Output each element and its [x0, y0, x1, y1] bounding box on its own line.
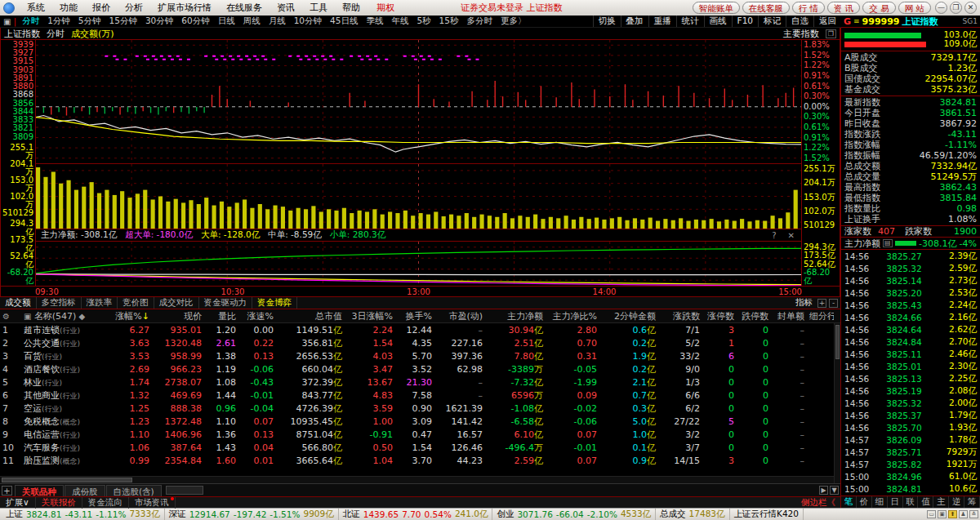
titlebar-button[interactable]: 行 情 [792, 2, 825, 14]
header-涨跌数[interactable]: 涨跌数 [658, 310, 702, 322]
mini-button--[interactable]: - [829, 299, 838, 308]
period-5秒[interactable]: 5秒 [412, 16, 434, 27]
period-10分钟[interactable]: 10分钟 [290, 16, 326, 27]
tool-画线[interactable]: 画线 [704, 16, 732, 27]
list-icon[interactable]: ▤ [883, 239, 893, 247]
menu-item-分析[interactable]: 分析 [118, 1, 150, 15]
titlebar-button[interactable]: 网 站 [898, 2, 931, 14]
period-45日线[interactable]: 45日线 [326, 16, 362, 27]
bottom-subtab-资金流向[interactable]: 资金流向 [82, 497, 129, 509]
period-1分钟[interactable]: 1分钟 [43, 16, 74, 27]
period-15分钟[interactable]: 15分钟 [105, 16, 141, 27]
tool-F10[interactable]: F10 [732, 16, 758, 27]
table-row[interactable]: 5林业(行业)1.742738.071.08-0.43372.39亿13.672… [0, 376, 840, 389]
menu-item-报价[interactable]: 报价 [85, 1, 118, 15]
period-年线[interactable]: 年线 [387, 16, 412, 27]
header-跌停数[interactable]: 跌停数 [737, 310, 771, 322]
pane-layout-icon[interactable]: ▣ [3, 17, 11, 26]
bottom-tab-成份股[interactable]: 成份股 [65, 485, 105, 496]
mini-button-+[interactable]: + [817, 299, 826, 308]
titlebar-button[interactable]: 在线客服 [742, 2, 790, 14]
indicator-tab-成交对比[interactable]: 成交对比 [154, 297, 199, 309]
menu-item-在线服务[interactable]: 在线服务 [219, 1, 270, 15]
quote-tab-筹[interactable]: 筹 [964, 496, 980, 508]
period-分时[interactable]: 分时 [18, 16, 43, 27]
period-60分钟[interactable]: 60分钟 [177, 16, 213, 27]
bottom-subtab-关联报价[interactable]: 关联报价 [36, 497, 82, 509]
pane-split-icon[interactable]: ❐ [826, 29, 836, 38]
add-icon[interactable]: + [2, 486, 12, 496]
restore-icon[interactable]: ❐ [950, 2, 962, 14]
header-细分行业[interactable]: 细分行业 [807, 310, 834, 322]
quote-tab-联[interactable]: 联 [903, 496, 919, 508]
period-30分钟[interactable]: 30分钟 [141, 16, 177, 27]
header-总市值[interactable]: 总市值 [276, 310, 345, 322]
tool-标记[interactable]: 标记 [758, 16, 786, 27]
menu-item-功能[interactable]: 功能 [52, 1, 85, 15]
header-涨幅%[interactable]: 涨幅%↓ [103, 310, 152, 322]
period-月线[interactable]: 月线 [265, 16, 290, 27]
pager-icon[interactable]: ▶ [819, 486, 828, 495]
gear-icon[interactable]: ⚙ [2, 312, 10, 321]
quote-tab-逆[interactable]: 逆 [949, 496, 964, 508]
table-header[interactable]: ⚙▣ 名称(547) ◆涨幅%↓现价量比涨速%总市值3日涨幅%换手%市盈(动)主… [0, 309, 840, 323]
pager-icon[interactable]: ▼ [830, 486, 839, 495]
quote-tab-主[interactable]: 主 [933, 496, 949, 508]
indicator-tab-资金驱动力[interactable]: 资金驱动力 [199, 297, 253, 309]
chart-plot-area[interactable]: 主力净额: -308.1亿超大单: -180.0亿大单: -128.0亿中单: … [35, 40, 802, 286]
period-日线[interactable]: 日线 [214, 16, 239, 27]
indicator-tab-资金博弈[interactable]: 资金博弈 [252, 297, 297, 309]
menu-item-资讯[interactable]: 资讯 [270, 1, 302, 15]
indicator-label[interactable]: 指标 [791, 297, 817, 309]
period-15秒[interactable]: 15秒 [435, 16, 463, 27]
close-icon[interactable]: ✕ [964, 2, 977, 14]
quote-tab-日[interactable]: 日 [888, 496, 903, 508]
window-tile-icon[interactable]: ▣ [938, 510, 947, 518]
table-row[interactable]: 2公共交通(行业)3.631320.482.610.22356.81亿1.544… [0, 336, 840, 349]
tool-自选[interactable]: 自选 [786, 16, 813, 27]
table-row[interactable]: 7空运(行业)1.25888.380.96-0.044726.39亿3.590.… [0, 402, 840, 415]
table-row[interactable]: 6其他商业(行业)1.32469.691.44-0.01843.77亿4.837… [0, 389, 840, 402]
header-主力净比%[interactable]: 主力净比% [546, 310, 599, 322]
sort-icon[interactable]: ≛ [969, 510, 978, 518]
volume-pane[interactable] [36, 164, 801, 229]
header-量比[interactable]: 量比 [204, 310, 238, 322]
sidebar-toggle[interactable]: 侧边栏《 [801, 497, 840, 509]
header-3日涨幅%[interactable]: 3日涨幅% [345, 310, 395, 322]
menu-item-帮助[interactable]: 帮助 [335, 1, 368, 15]
period-5分钟[interactable]: 5分钟 [74, 16, 105, 27]
vertical-scrollbar[interactable] [834, 323, 840, 483]
tick-list[interactable]: 14:563825.272.39亿14:563825.322.59亿14:563… [841, 250, 980, 496]
horizontal-scrollbar[interactable] [0, 476, 840, 483]
header-市盈(动)[interactable]: 市盈(动) [434, 310, 485, 322]
table-row[interactable]: 4酒店餐饮(行业)2.69966.231.19-0.06660.04亿3.473… [0, 362, 840, 376]
major-index-button[interactable]: 主要指数 [783, 28, 819, 40]
help-icon[interactable]: ? [770, 231, 777, 240]
quote-tab-值[interactable]: 值 [918, 496, 933, 508]
user-icon[interactable]: ♟ [959, 510, 968, 518]
titlebar-button[interactable]: 智能账单 [693, 2, 740, 14]
menu-item-扩展市场行情[interactable]: 扩展市场行情 [150, 1, 219, 15]
quote-tab-笔[interactable]: 笔 [841, 496, 857, 508]
indicator-tab-竞价图[interactable]: 竞价图 [118, 297, 154, 309]
header-主力净额[interactable]: 主力净额 [485, 310, 546, 322]
period-周线[interactable]: 周线 [239, 16, 265, 27]
period-更多〉[interactable]: 更多〉 [497, 16, 531, 27]
price-pane[interactable] [36, 40, 801, 164]
bottom-tab-自选股(含)[interactable]: 自选股(含) [106, 485, 162, 496]
header-2分钟金额[interactable]: 2分钟金额 [599, 310, 658, 322]
period-季线[interactable]: 季线 [362, 16, 387, 27]
fund-pane[interactable] [36, 242, 801, 286]
table-row[interactable]: 3百货(行业)3.53958.991.380.132656.53亿4.035.7… [0, 349, 840, 362]
header-换手%[interactable]: 换手% [395, 310, 434, 322]
titlebar-button[interactable]: 交 易 [862, 2, 895, 14]
table-row[interactable]: 9电信运营(行业)1.101406.961.360.138751.04亿-0.9… [0, 428, 840, 441]
header-现价[interactable]: 现价 [152, 310, 204, 322]
titlebar-button[interactable]: 资 讯 [827, 2, 860, 14]
quote-tab-细[interactable]: 细 [872, 496, 888, 508]
quick-filter-input[interactable] [166, 486, 203, 495]
tool-统计[interactable]: 统计 [676, 16, 704, 27]
menu-item-option[interactable]: 期权 [369, 1, 402, 15]
header-涨速%[interactable]: 涨速% [238, 310, 276, 322]
quote-tab-价[interactable]: 价 [857, 496, 872, 508]
